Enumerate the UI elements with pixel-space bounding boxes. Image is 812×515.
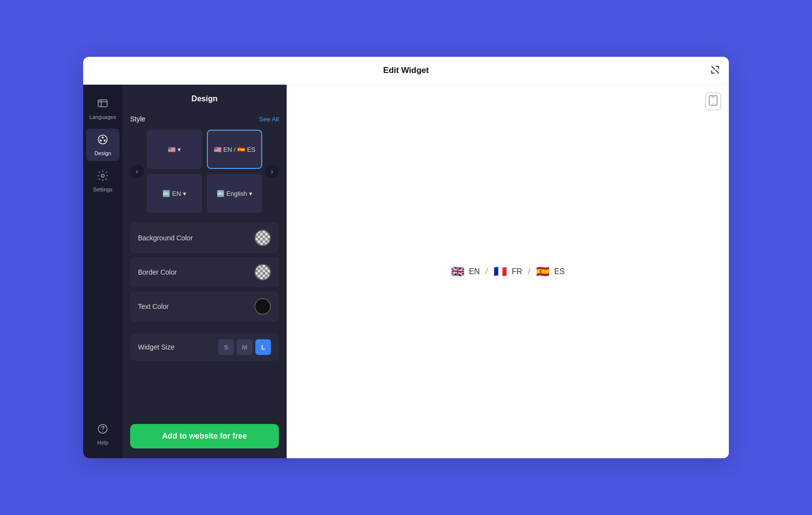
sidebar-item-design[interactable]: Design xyxy=(86,129,119,161)
help-label: Help xyxy=(97,440,109,445)
border-color-swatch[interactable] xyxy=(254,264,271,281)
add-to-website-button[interactable]: Add to website for free xyxy=(130,424,279,448)
size-label: Widget Size xyxy=(138,343,175,351)
border-color-label: Border Color xyxy=(138,268,177,276)
style-section: Style See All ‹ 🇺🇸 ▾ 🇺🇸 EN / 🇪🇸 ES 🔤 xyxy=(122,109,287,219)
panel-title: Design xyxy=(122,85,287,109)
size-row: Widget Size S M L xyxy=(130,333,279,361)
expand-button[interactable] xyxy=(710,65,720,76)
style-grid: 🇺🇸 ▾ 🇺🇸 EN / 🇪🇸 ES 🔤 EN ▾ 🔤 English ▾ xyxy=(147,130,262,213)
size-l-button[interactable]: L xyxy=(255,339,271,355)
style-prev-button[interactable]: ‹ xyxy=(130,164,144,178)
style-card-0-content: 🇺🇸 ▾ xyxy=(168,146,181,153)
design-label: Design xyxy=(94,150,111,156)
style-card-3-content: 🔤 English ▾ xyxy=(217,190,252,197)
sidebar-item-languages[interactable]: Languages xyxy=(86,93,119,125)
left-panel: Design Style See All ‹ 🇺🇸 ▾ 🇺🇸 EN / 🇪🇸 E… xyxy=(122,85,287,458)
sep-2: / xyxy=(528,267,530,276)
size-s-button[interactable]: S xyxy=(218,339,234,355)
svg-point-1 xyxy=(98,135,107,144)
flag-es: 🇪🇸 xyxy=(536,265,549,278)
background-color-swatch[interactable] xyxy=(254,230,271,246)
svg-point-7 xyxy=(102,431,103,432)
design-icon xyxy=(97,134,109,148)
svg-point-2 xyxy=(102,137,104,139)
modal-body: Languages Design xyxy=(83,85,729,458)
style-card-1-content: 🇺🇸 EN / 🇪🇸 ES xyxy=(214,146,255,153)
background-color-label: Background Color xyxy=(138,234,193,242)
svg-rect-0 xyxy=(98,100,107,107)
size-buttons: S M L xyxy=(218,339,271,355)
svg-point-3 xyxy=(100,140,102,141)
style-card-flags-list[interactable]: 🇺🇸 EN / 🇪🇸 ES xyxy=(207,130,262,169)
flag-en: 🇬🇧 xyxy=(451,265,464,278)
style-label: Style xyxy=(130,115,145,123)
preview-area: 🇬🇧 EN / 🇫🇷 FR / 🇪🇸 ES xyxy=(287,85,729,458)
settings-label: Settings xyxy=(93,187,113,192)
settings-icon xyxy=(97,170,109,185)
color-section: Background Color Border Color Text Color xyxy=(122,219,287,329)
style-card-abbr-full[interactable]: 🔤 English ▾ xyxy=(207,174,262,213)
size-m-button[interactable]: M xyxy=(237,339,252,355)
languages-label: Languages xyxy=(90,114,116,120)
modal-title: Edit Widget xyxy=(383,66,429,75)
sep-1: / xyxy=(486,267,488,276)
languages-icon xyxy=(97,97,109,112)
flag-fr: 🇫🇷 xyxy=(494,265,507,278)
text-color-label: Text Color xyxy=(138,303,169,310)
sidebar-item-help[interactable]: Help xyxy=(86,418,119,450)
sidebar-item-settings[interactable]: Settings xyxy=(86,165,119,197)
edit-widget-modal: Edit Widget Languages xyxy=(83,57,729,458)
border-color-row: Border Color xyxy=(130,257,279,287)
size-section: Widget Size S M L xyxy=(122,329,287,369)
background-color-row: Background Color xyxy=(130,223,279,253)
style-card-abbr-dropdown[interactable]: 🔤 EN ▾ xyxy=(147,174,202,213)
modal-header: Edit Widget xyxy=(83,57,729,85)
style-card-2-content: 🔤 EN ▾ xyxy=(162,190,186,197)
preview-widget: 🇬🇧 EN / 🇫🇷 FR / 🇪🇸 ES xyxy=(451,265,565,278)
style-grid-wrapper: ‹ 🇺🇸 ▾ 🇺🇸 EN / 🇪🇸 ES 🔤 EN ▾ 🔤 Engl xyxy=(130,130,279,213)
svg-point-5 xyxy=(101,174,104,177)
lang-fr: FR xyxy=(512,267,522,276)
svg-point-4 xyxy=(104,140,106,141)
style-section-header: Style See All xyxy=(130,115,279,123)
text-color-row: Text Color xyxy=(130,291,279,322)
svg-point-9 xyxy=(713,103,714,104)
see-all-link[interactable]: See All xyxy=(259,116,279,123)
help-icon xyxy=(97,423,109,438)
mobile-preview-button[interactable] xyxy=(705,93,721,110)
text-color-swatch[interactable] xyxy=(254,298,271,315)
lang-en: EN xyxy=(469,267,480,276)
sidebar-icons: Languages Design xyxy=(83,85,122,458)
add-btn-wrapper: Add to website for free xyxy=(122,417,287,458)
style-next-button[interactable]: › xyxy=(265,164,279,178)
style-card-flag-dropdown[interactable]: 🇺🇸 ▾ xyxy=(147,130,202,169)
lang-es: ES xyxy=(554,267,564,276)
